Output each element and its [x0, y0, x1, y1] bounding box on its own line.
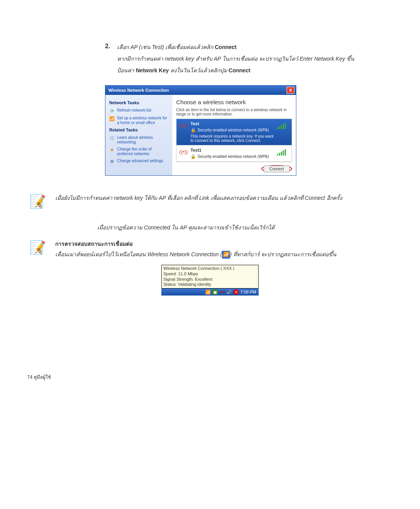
network-hint: This network requires a network key. If …	[191, 134, 274, 143]
signal-icon	[277, 149, 289, 156]
main-panel: Choose a wireless network Click an item …	[172, 95, 296, 175]
lock-icon: 🔒	[191, 128, 196, 133]
refresh-icon: ⟳	[109, 108, 115, 114]
antenna-icon: ((•))	[180, 121, 187, 129]
pencil-icon: ✎	[35, 246, 44, 257]
ssid-label: Test	[191, 121, 274, 126]
ssid-label: Test1	[191, 148, 274, 152]
tooltip-line3: Signal Strength: Excellent	[163, 277, 257, 282]
setup-icon: 📶	[109, 116, 115, 121]
window-titlebar: Wireless Network Connection X	[105, 86, 296, 95]
network-item-test[interactable]: ((•)) Test 🔒Security-enabled wireless ne…	[177, 119, 292, 145]
tooltip-line2: Speed: 11.0 Mbps	[163, 271, 257, 277]
note-icon: 📝✎	[30, 194, 46, 209]
network-item-test1[interactable]: ((•)) Test1 🔒Security-enabled wireless n…	[177, 145, 292, 162]
close-icon[interactable]: X	[287, 87, 294, 94]
sidebar-refresh-link[interactable]: ⟳ Refresh network list	[109, 108, 168, 114]
sidebar-section-relatedtasks: Related Tasks	[109, 128, 168, 132]
network-tray-icon[interactable]: ▣	[212, 289, 218, 295]
wireless-tray-icon: 📶	[222, 251, 230, 259]
lock-icon: 🔒	[191, 154, 196, 159]
clock: 7:58 PM	[240, 290, 256, 294]
sidebar-learn-link[interactable]: ⓘ Learn about wireless networking	[109, 135, 168, 145]
sound-tray-icon[interactable]: 🔊	[226, 289, 232, 295]
antenna-icon: ((•))	[180, 148, 187, 156]
main-heading: Choose a wireless network	[176, 99, 292, 105]
note1-text: เมื่อยังไม่มีการกำหนดค่า network key ให้…	[55, 194, 342, 202]
network-list: ((•)) Test 🔒Security-enabled wireless ne…	[176, 119, 292, 162]
sidebar-section-networktasks: Network Tasks	[109, 100, 168, 105]
note-icon: 📝✎	[30, 240, 46, 255]
pencil-icon: ✎	[35, 200, 44, 212]
note2-body: เลื่อนเมาส์พอยน์เตอร์ไปไว้เหนือไอคอน Wir…	[55, 250, 336, 259]
window-title: Wireless Network Connection	[108, 88, 169, 93]
highlight-circle: Connect	[261, 165, 292, 172]
ati-tray-icon[interactable]: ATI	[219, 289, 225, 295]
tooltip-line1: Wireless Network Connection ( XXX )	[163, 266, 257, 271]
connect-button[interactable]: Connect	[264, 166, 290, 172]
security-tray-icon[interactable]: ✕	[233, 289, 239, 295]
gear-icon: ⚙	[109, 159, 115, 164]
tooltip-line4: Status: Validating identity	[163, 282, 257, 287]
step-line3: ป้อนค่า Network Key ลงในวินโดว์แล้วคลิกป…	[117, 66, 354, 75]
tooltip: Wireless Network Connection ( XXX ) Spee…	[161, 265, 259, 289]
note2-title: การตรวจสอบสถานะการเชื่อมต่อ	[55, 240, 336, 248]
star-icon: ★	[109, 147, 115, 152]
info-icon: ⓘ	[109, 135, 115, 141]
wireless-window: Wireless Network Connection X Network Ta…	[105, 85, 296, 176]
step-line2: หากมีการกำหนดค่า network key สำหรับ AP ใ…	[117, 54, 354, 64]
wireless-tray-icon[interactable]: 📶	[205, 289, 211, 295]
taskbar: 📶 ▣ ATI 🔊 ✕ 7:58 PM	[161, 289, 259, 296]
sidebar-setup-link[interactable]: 📶 Set up a wireless network for a home o…	[109, 116, 168, 125]
sidebar-advanced-link[interactable]: ⚙ Change advanced settings	[109, 159, 168, 164]
sidebar-order-link[interactable]: ★ Change the order of preferred networks	[109, 147, 168, 156]
page-footer: 74 คู่มือผู้ใช้	[27, 373, 393, 381]
step-line1: เลือก AP (เช่น Test) เพื่อเชื่อมต่อแล้วค…	[117, 43, 354, 52]
signal-icon	[277, 123, 289, 130]
main-subtext: Click an item in the list below to conne…	[176, 108, 292, 116]
connected-line: เมื่อปรากฏข้อความ Connected ใน AP คุณจะส…	[97, 223, 393, 232]
sidebar: Network Tasks ⟳ Refresh network list 📶 S…	[105, 95, 172, 175]
step-number: 2.	[105, 43, 110, 77]
